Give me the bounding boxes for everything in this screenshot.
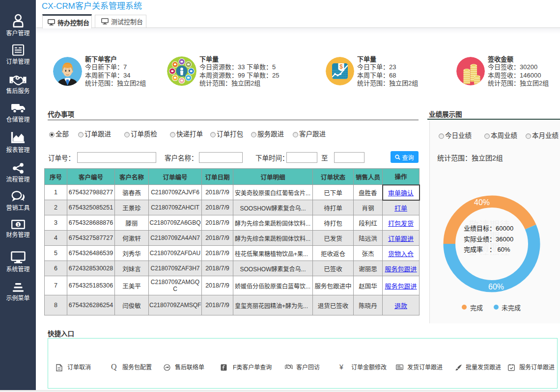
svg-text:1: 1 — [17, 222, 19, 227]
svg-text:$: $ — [339, 63, 343, 70]
